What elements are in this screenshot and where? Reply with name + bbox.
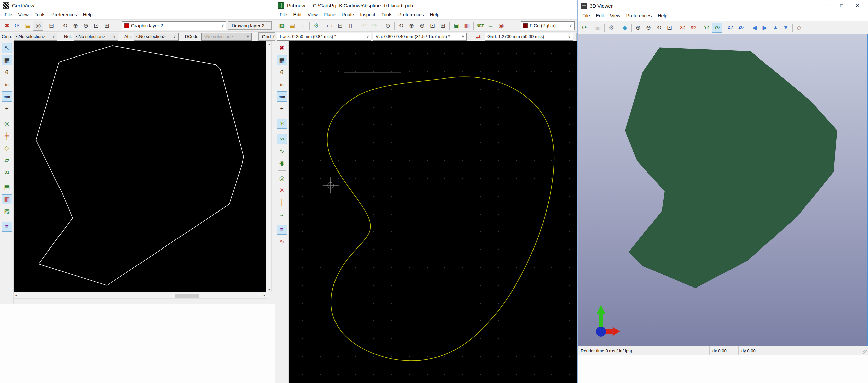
- rotate-x-neg-icon[interactable]: X↺: [678, 23, 688, 33]
- polygons-mode-icon[interactable]: ◇: [2, 143, 12, 153]
- pcbnew-menu-tools[interactable]: Tools: [378, 11, 395, 18]
- pan-up-icon[interactable]: ▲: [770, 23, 781, 33]
- reload-layers-icon[interactable]: ⟳: [12, 21, 23, 31]
- gerbview-menu-view[interactable]: View: [16, 11, 32, 18]
- attr-filter-select[interactable]: <No selection> ∨: [134, 33, 179, 41]
- board-outline-curve[interactable]: [328, 77, 554, 361]
- zoom-fit-icon[interactable]: ⊡: [91, 21, 101, 31]
- microwave-tools-icon[interactable]: ∿: [277, 237, 287, 247]
- minimize-button[interactable]: −: [818, 1, 834, 11]
- zoom-out-icon[interactable]: ⊖: [81, 21, 91, 31]
- 3d-viewer-menu-help[interactable]: Help: [654, 12, 670, 19]
- zoom-out-icon[interactable]: ⊖: [417, 21, 427, 31]
- gerbview-menu-preferences[interactable]: Preferences: [49, 11, 80, 18]
- track-width-select[interactable]: Track: 0.250 mm (9.84 mils) * ∨: [277, 33, 371, 41]
- reload-board-icon[interactable]: ⟳: [579, 23, 590, 33]
- 3d-viewer-menu-preferences[interactable]: Preferences: [623, 12, 654, 19]
- 3d-viewer-titlebar[interactable]: 3D Viewer − □ ✕: [578, 0, 868, 11]
- plot-icon[interactable]: ▯: [345, 21, 356, 31]
- scroll-right-icon[interactable]: ▸: [264, 293, 265, 297]
- pcbnew-menu-file[interactable]: File: [277, 11, 290, 18]
- maximize-button[interactable]: □: [834, 1, 849, 11]
- open-gerber-file-icon[interactable]: ▤: [23, 21, 33, 31]
- select-tool-icon[interactable]: ↖: [2, 43, 12, 53]
- rotate-z-pos-icon[interactable]: Z↻: [736, 23, 746, 33]
- units-mm-icon[interactable]: mm: [2, 91, 12, 101]
- highlight-net-icon[interactable]: ✕: [277, 185, 287, 195]
- new-board-icon[interactable]: ▩: [277, 21, 287, 31]
- zoom-selection-icon[interactable]: ⊞: [438, 21, 448, 31]
- find-icon[interactable]: ⊙: [382, 21, 393, 31]
- cursor-shape-icon[interactable]: +: [277, 104, 287, 114]
- scroll-left-icon[interactable]: ◂: [16, 293, 17, 297]
- active-layer-select[interactable]: Graphic layer 2 ∨: [122, 21, 226, 30]
- page-settings-icon[interactable]: ▭: [324, 21, 335, 31]
- board-3d-shape[interactable]: [625, 48, 837, 288]
- 3d-viewer-menu-view[interactable]: View: [607, 12, 623, 19]
- pan-right-icon[interactable]: ▶: [760, 23, 770, 33]
- scrollbar-thumb[interactable]: [176, 294, 199, 298]
- redraw-view-icon[interactable]: ↻: [654, 23, 664, 33]
- 3d-viewer-canvas[interactable]: [578, 34, 868, 346]
- dcode-display-icon[interactable]: D1: [2, 167, 12, 177]
- gerber-outline-shape[interactable]: [36, 46, 244, 286]
- scroll-up-icon[interactable]: ▴: [267, 42, 271, 46]
- polar-coords-icon[interactable]: θ: [2, 67, 12, 77]
- layer-manager-icon[interactable]: ≡: [2, 222, 12, 232]
- zoom-selection-icon[interactable]: ⊞: [101, 21, 112, 31]
- rotate-y-pos-icon[interactable]: Y↻: [712, 23, 722, 33]
- pcbnew-menu-help[interactable]: Help: [427, 11, 442, 18]
- drc-check-icon[interactable]: ◉: [496, 21, 506, 31]
- pcbnew-menu-inspect[interactable]: Inspect: [357, 11, 378, 18]
- zoom-in-icon[interactable]: ⊕: [633, 23, 644, 33]
- rotate-x-pos-icon[interactable]: X↻: [688, 23, 699, 33]
- orthographic-view-icon[interactable]: ◆: [620, 23, 630, 33]
- lines-mode-icon[interactable]: ╪: [2, 131, 12, 141]
- units-mm-icon[interactable]: mm: [277, 91, 287, 101]
- resize-grip-icon[interactable]: [863, 350, 868, 355]
- center-cursor-icon[interactable]: ◎: [33, 21, 43, 31]
- ratsnest-icon[interactable]: ✶: [277, 119, 287, 129]
- pcbnew-canvas[interactable]: [289, 41, 577, 383]
- net-filter-select[interactable]: <No selection> ∨: [73, 33, 118, 41]
- tracks-display-icon[interactable]: ∿: [277, 146, 287, 156]
- close-button[interactable]: ✕: [849, 1, 865, 11]
- pan-down-icon[interactable]: ▼: [781, 23, 791, 33]
- pan-left-icon[interactable]: ◀: [749, 23, 760, 33]
- stacked-mode-icon[interactable]: ▥: [2, 194, 12, 204]
- auto-track-width-icon[interactable]: ⇄: [473, 32, 484, 41]
- grid-toggle-icon[interactable]: ▦: [2, 55, 12, 65]
- pads-display-icon[interactable]: ◎: [277, 173, 287, 183]
- gerbview-menu-tools[interactable]: Tools: [32, 11, 49, 18]
- board-setup-icon[interactable]: ⚙: [311, 21, 321, 31]
- diff-mode-icon[interactable]: ▤: [2, 182, 12, 192]
- orthographic-grid-icon[interactable]: ◇: [794, 23, 804, 33]
- zoom-out-icon[interactable]: ⊖: [644, 23, 654, 33]
- lines-mode-icon[interactable]: ╪: [277, 197, 287, 207]
- redraw-view-icon[interactable]: ↻: [396, 21, 406, 31]
- units-inch-icon[interactable]: in: [2, 79, 12, 89]
- cursor-shape-icon[interactable]: +: [2, 104, 12, 114]
- zoom-in-icon[interactable]: ⊕: [70, 21, 81, 31]
- print-icon[interactable]: ⊟: [46, 21, 57, 31]
- curved-ratsnest-icon[interactable]: ↝: [277, 134, 287, 144]
- 3d-viewer-menu-file[interactable]: File: [579, 12, 593, 19]
- footprint-editor-icon[interactable]: ▣: [451, 21, 462, 31]
- gerbview-menu-help[interactable]: Help: [80, 11, 96, 18]
- open-board-icon[interactable]: ▤: [287, 21, 298, 31]
- clear-all-layers-icon[interactable]: ✖: [2, 21, 12, 31]
- negative-objects-icon[interactable]: ▱: [2, 155, 12, 165]
- show-ratsnest-icon[interactable]: NET: [475, 21, 486, 31]
- gerbview-titlebar[interactable]: GerbView: [0, 0, 275, 10]
- polar-coords-icon[interactable]: θ: [277, 67, 287, 77]
- via-size-select[interactable]: Via: 0.80 / 0.40 mm (31.5 / 15.7 mils) *…: [373, 33, 467, 41]
- rotate-z-neg-icon[interactable]: Z↺: [725, 23, 736, 33]
- drc-off-icon[interactable]: ✖: [277, 43, 287, 53]
- 3d-viewer-menu-edit[interactable]: Edit: [593, 12, 607, 19]
- pcbnew-menu-place[interactable]: Place: [321, 11, 339, 18]
- gerbview-vertical-scrollbar[interactable]: ▴ ▾: [267, 41, 272, 292]
- pcbnew-menu-view[interactable]: View: [305, 11, 321, 18]
- pcbnew-menu-edit[interactable]: Edit: [290, 11, 305, 18]
- pcbnew-menu-preferences[interactable]: Preferences: [395, 11, 427, 18]
- redraw-view-icon[interactable]: ↻: [60, 21, 70, 31]
